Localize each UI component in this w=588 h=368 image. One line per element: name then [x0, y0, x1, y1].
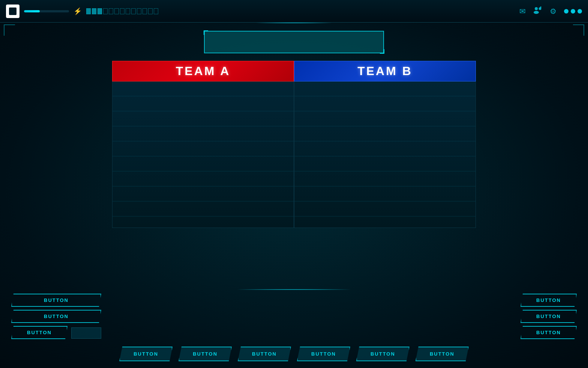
bottom-button-5[interactable]: BUTTON [356, 347, 410, 361]
settings-icon[interactable]: ⚙ [550, 7, 556, 16]
svg-point-1 [534, 11, 539, 14]
segment-3 [98, 8, 102, 14]
left-button-3[interactable]: BUTTON [11, 326, 68, 339]
segment-7 [120, 8, 124, 14]
segment-6 [114, 8, 119, 14]
bottom-button-6[interactable]: BUTTON [416, 347, 469, 361]
bottom-button-3[interactable]: BUTTON [238, 347, 291, 361]
users-icon[interactable] [533, 6, 542, 16]
dot-3 [578, 9, 582, 14]
team-a-body [112, 81, 294, 228]
segment-8 [126, 8, 130, 14]
progress-bar-container [24, 10, 69, 12]
main-content: TEAM A TEAM B [0, 23, 588, 228]
segment-2 [92, 8, 96, 14]
segment-11 [142, 8, 147, 14]
dot-2 [571, 9, 575, 14]
corner-decoration-tr [573, 24, 584, 36]
bottom-buttons-row: BUTTON BUTTON BUTTON BUTTON BUTTON BUTTO… [0, 342, 588, 368]
progress-track [24, 10, 69, 12]
segment-12 [148, 8, 153, 14]
three-dots[interactable] [564, 9, 582, 14]
topbar-right: ✉ ⚙ [519, 6, 582, 16]
team-b-header: TEAM B [294, 61, 476, 81]
bottom-button-1[interactable]: BUTTON [119, 347, 172, 361]
app-icon [6, 5, 20, 18]
bottom-button-2[interactable]: BUTTON [178, 347, 232, 361]
right-button-1[interactable]: BUTTON [520, 294, 577, 307]
segment-5 [109, 8, 113, 14]
left-button-2[interactable]: BUTTON [11, 310, 101, 323]
side-buttons-left: BUTTON BUTTON BUTTON [11, 294, 101, 339]
mail-icon[interactable]: ✉ [519, 7, 526, 16]
team-b-panel: TEAM B [294, 61, 476, 228]
team-b-body [294, 81, 476, 228]
topbar-left: ⚡ [6, 5, 519, 18]
teams-container: TEAM A TEAM B [112, 61, 476, 228]
team-b-title: TEAM B [357, 64, 412, 78]
segment-bar [86, 8, 158, 14]
segment-10 [137, 8, 141, 14]
segment-13 [154, 8, 158, 14]
bottom-glow-line [0, 289, 588, 290]
right-button-3[interactable]: BUTTON [520, 326, 577, 339]
segment-9 [131, 8, 136, 14]
dot-1 [564, 9, 568, 14]
segment-4 [103, 8, 108, 14]
bottom-section: BUTTON BUTTON BUTTON BUTTON BUTTON BUTTO… [0, 289, 588, 368]
svg-point-0 [535, 7, 538, 10]
small-bar-left [71, 327, 101, 339]
bottom-button-4[interactable]: BUTTON [297, 347, 350, 361]
corner-decoration-tl [4, 24, 15, 36]
title-box [204, 31, 384, 53]
team-a-header: TEAM A [112, 61, 294, 81]
topbar: ⚡ ✉ ⚙ [0, 0, 588, 23]
lightning-icon: ⚡ [74, 7, 82, 15]
side-buttons-right: BUTTON BUTTON BUTTON [520, 294, 577, 339]
team-a-title: TEAM A [176, 64, 230, 78]
progress-fill [24, 10, 40, 12]
segment-1 [86, 8, 91, 14]
topbar-glow [0, 23, 588, 23]
team-a-panel: TEAM A [112, 61, 294, 228]
right-button-2[interactable]: BUTTON [520, 310, 577, 323]
side-buttons-row: BUTTON BUTTON BUTTON BUTTON BUTTON BUTTO… [0, 294, 588, 339]
left-button-1[interactable]: BUTTON [11, 294, 101, 307]
